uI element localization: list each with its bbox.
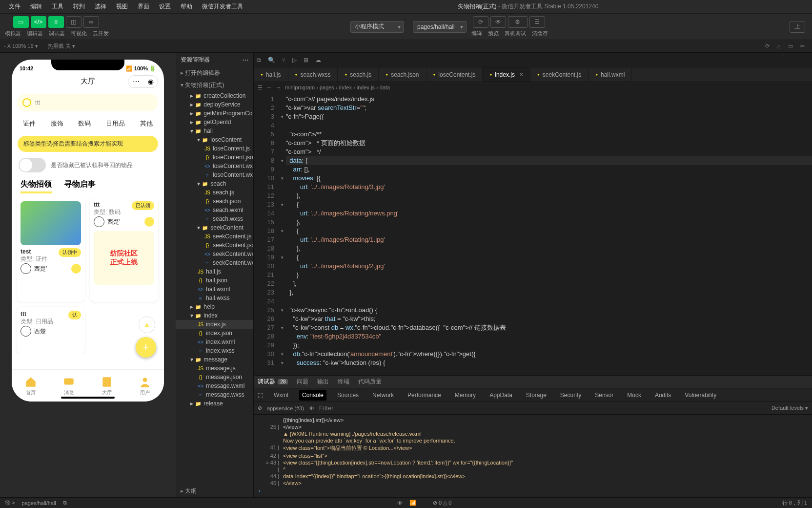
status-problems[interactable]: ⊘ 0 △ 0 [433,500,451,506]
tree-node[interactable]: <>seach.wxml [176,206,253,214]
devtools-tab[interactable]: 问题 [297,378,308,386]
tree-node[interactable]: ≡message.wxss [176,390,253,399]
scope-dropdown[interactable]: appservice (#3) [267,405,304,411]
tree-node[interactable]: {}seekContent.json [176,241,253,250]
tree-node[interactable]: ≡index.wxss [176,346,253,355]
zoom-info[interactable]: - X 100% 16 ▾ [4,43,38,49]
refresh-icon[interactable]: ⟳ [761,43,773,49]
menu-tools[interactable]: 工具 [47,2,68,11]
tree-node[interactable]: <>index.wxml [176,338,253,346]
editor-tab[interactable]: ●seach.wxss [288,67,338,82]
menu-interface[interactable]: 界面 [133,2,154,11]
tree-node[interactable]: {}loseContent.json [176,153,253,162]
upload-btn[interactable]: 上 [790,21,805,33]
tree-node[interactable]: ▸ 📁getMiniProgramCode [176,109,253,118]
editor-btn[interactable]: </> [31,16,46,28]
tabbar-msg[interactable]: 消息 [62,376,75,396]
tag-digital[interactable]: 数码 [76,117,93,130]
editor-tab[interactable]: ●hall.wxml [589,67,632,82]
compile-btn[interactable]: ⟳ [473,16,488,28]
open-editors-section[interactable]: 打开的编辑器 [176,67,253,79]
tree-node[interactable]: {}message.json [176,373,253,381]
editor-tab[interactable]: ●seach.json [379,67,426,82]
hide-toggle[interactable] [19,158,46,172]
tree-node[interactable]: <>seekContent.wxml [176,250,253,258]
tree-node[interactable]: ≡hall.wxss [176,294,253,302]
tree-node[interactable]: ≡loseContent.wxss [176,170,253,179]
tabbar-home[interactable]: 首页 [24,376,37,396]
devtools-tab[interactable]: 调试器 28 [258,378,288,386]
menu-settings[interactable]: 设置 [154,2,176,11]
fwd-nav-icon[interactable]: → [276,85,281,90]
scroll-top-btn[interactable]: ▲ [139,317,155,333]
tree-node[interactable]: ▾ 📁message [176,355,253,364]
menu-edit[interactable]: 编辑 [25,2,47,11]
debugger-btn[interactable]: ≡ [48,16,64,28]
tree-node[interactable]: ▾ 📁seekContent [176,223,253,232]
inspector-tab[interactable]: Console [299,390,326,401]
inspect-icon[interactable]: ⬚ [258,392,263,399]
tree-node[interactable]: JShall.js [176,267,253,276]
editor-tab[interactable]: ●hall.js [254,67,288,82]
editor-tab[interactable]: ●loseContent.js [426,67,483,82]
eye-icon[interactable]: 👁 [309,405,314,411]
console-prompt[interactable]: › [254,487,812,497]
menu-help[interactable]: 帮助 [176,2,197,11]
inspector-tab[interactable]: Performance [405,390,444,401]
inspector-tab[interactable]: Wxml [271,390,291,401]
tree-node[interactable]: {}seach.json [176,197,253,206]
filter-input[interactable] [319,404,767,412]
editor-tab[interactable]: ●index.js× [483,67,530,82]
tree-node[interactable]: ▾ 📁index [176,311,253,320]
search-icon[interactable]: 🔍 [268,57,275,64]
tag-daily[interactable]: 日用品 [104,117,127,130]
cursor-position[interactable]: 行 8，列 1 [782,499,807,507]
project-section[interactable]: 失物招领(正式) [176,79,253,91]
card-item[interactable]: test认领中 类型: 证件 西楚' [17,197,85,302]
tabbar-hall[interactable]: 大厅 [101,376,113,396]
back-nav-icon[interactable]: ← [266,85,272,90]
capsule-button[interactable]: ⋯◉ [128,75,158,88]
inspector-tab[interactable]: Vulnerability [682,390,719,401]
devtools-tab[interactable]: 终端 [338,378,349,386]
remote-debug-btn[interactable]: ⚙ [508,16,528,28]
simulator-btn[interactable]: ▭ [13,16,29,28]
card-item[interactable]: ttt认 类型: 日用品 西楚 [17,307,85,354]
clear-cache-btn[interactable]: ☰ [529,16,545,28]
tab-seek[interactable]: 寻物启事 [64,179,96,193]
inspector-tab[interactable]: AppData [487,390,515,401]
tree-node[interactable]: <>message.wxml [176,381,253,390]
explorer-more-icon[interactable]: ⋯ [243,57,248,64]
inspector-tab[interactable]: Network [369,390,397,401]
inspector-tab[interactable]: Sensor [592,390,616,401]
eye-status-icon[interactable]: 👁 [397,500,403,506]
inspector-tab[interactable]: Security [557,390,584,401]
breadcrumb-path[interactable]: miniprogram › pages › index › index.js ›… [285,85,390,90]
menu-view[interactable]: 视图 [111,2,133,11]
menu-goto[interactable]: 转到 [68,2,90,11]
console-output[interactable]: {{thing[index].str}}</view>25 | </view>▲… [254,415,812,487]
tree-node[interactable]: {}hall.json [176,276,253,285]
devtools-tab[interactable]: 代码质量 [358,378,382,386]
outline-section[interactable]: 大纲 [176,485,253,497]
cloud-icon[interactable]: ☁ [315,57,321,64]
tree-node[interactable]: ≡seach.wxss [176,214,253,223]
tree-node[interactable]: JSmessage.js [176,364,253,373]
debug-icon[interactable]: ▷ [292,57,297,64]
page-dropdown[interactable]: pages/hall/hall [413,21,467,33]
screenshot-icon[interactable]: ✂ [796,43,808,49]
tree-node[interactable]: JSseekContent.js [176,232,253,241]
wifi-status-icon[interactable]: 📶 [409,500,416,506]
home-icon[interactable]: ⌂ [773,43,785,49]
inspector-tab[interactable]: Audits [652,390,674,401]
inspector-tab[interactable]: Mock [624,390,644,401]
editor-tab[interactable]: ●seekContent.js [530,67,589,82]
tree-node[interactable]: ▸ 📁deployService [176,100,253,109]
visual-btn[interactable]: ◫ [66,16,81,28]
file-tree[interactable]: ▸ 📁createCollection▸ 📁deployService▸ 📁ge… [176,91,253,485]
branch-icon[interactable]: ⑂ [282,57,285,64]
menu-wxdev[interactable]: 微信开发者工具 [197,2,248,11]
tabbar-user[interactable]: 用户 [139,376,151,396]
tree-node[interactable]: ▸ 📁release [176,399,253,408]
tag-other[interactable]: 其他 [138,117,155,130]
